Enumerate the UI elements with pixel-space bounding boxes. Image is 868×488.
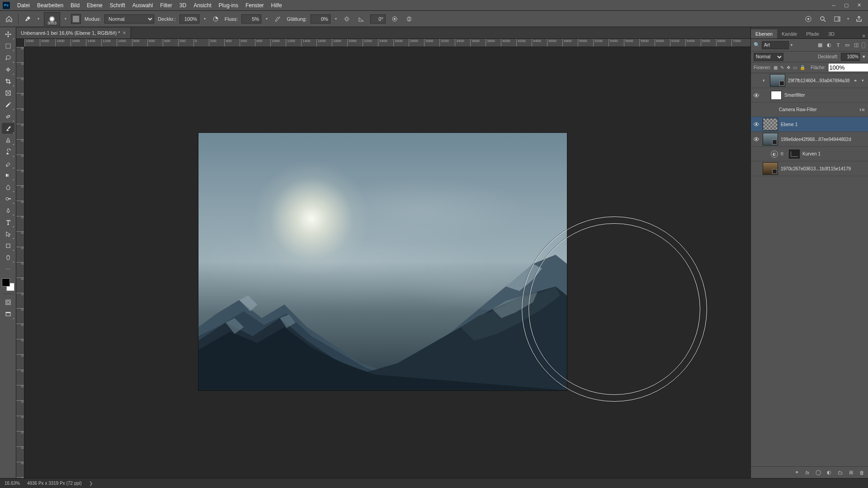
filter-type-icon[interactable]: T bbox=[835, 42, 842, 49]
layer-thumbnail[interactable] bbox=[771, 91, 782, 100]
layer-name[interactable]: Smartfilter bbox=[784, 93, 866, 98]
frame-tool[interactable] bbox=[2, 88, 14, 99]
layer-name[interactable]: 199e6dee42f968...87ee94944802d bbox=[781, 137, 866, 142]
tool-preset-chevron-icon[interactable]: ▾ bbox=[37, 17, 40, 21]
blur-tool[interactable] bbox=[2, 182, 14, 192]
eraser-tool[interactable] bbox=[2, 158, 14, 169]
visibility-toggle[interactable] bbox=[753, 136, 760, 143]
home-button[interactable] bbox=[4, 14, 14, 24]
close-window-button[interactable]: ✕ bbox=[853, 0, 865, 11]
layer-row[interactable]: 1970c267e03613...1b3f115e14179 bbox=[751, 161, 868, 176]
menu-select[interactable]: Auswahl bbox=[129, 0, 156, 11]
link-layers-icon[interactable]: ⚭ bbox=[793, 469, 800, 476]
filter-toggle[interactable] bbox=[862, 42, 865, 48]
layer-blend-mode[interactable]: Normal bbox=[754, 53, 783, 61]
layer-thumbnail[interactable] bbox=[763, 118, 778, 131]
layer-name[interactable]: Camera Raw-Filter bbox=[779, 107, 856, 112]
vertical-ruler[interactable]: 000000000000000000000000000000 bbox=[16, 47, 24, 478]
cloud-docs-icon[interactable] bbox=[803, 14, 814, 24]
lock-transparency-icon[interactable]: ▦ bbox=[774, 65, 778, 71]
dodge-tool[interactable] bbox=[2, 193, 14, 204]
menu-filter[interactable]: Filter bbox=[156, 0, 176, 11]
adjustment-layer-icon[interactable]: ◐ bbox=[826, 469, 833, 476]
workspace-icon[interactable] bbox=[832, 14, 843, 24]
edit-toolbar-button[interactable]: ⋯ bbox=[2, 264, 14, 275]
tab-3d[interactable]: 3D bbox=[824, 29, 839, 38]
menu-plugins[interactable]: Plug-ins bbox=[215, 0, 242, 11]
filter-expand-icon[interactable]: ▾ bbox=[862, 78, 866, 83]
menu-3d[interactable]: 3D bbox=[176, 0, 190, 11]
foreground-color[interactable] bbox=[2, 278, 10, 286]
opacity-input[interactable] bbox=[179, 14, 199, 23]
new-layer-icon[interactable]: ⊞ bbox=[847, 469, 854, 476]
menu-file[interactable]: Datei bbox=[14, 0, 33, 11]
filter-smart-icon[interactable]: ◫ bbox=[853, 42, 860, 49]
layer-opacity-chevron-icon[interactable]: ▾ bbox=[863, 54, 865, 60]
filter-settings-icon[interactable] bbox=[859, 107, 866, 113]
layer-name[interactable]: Ebene 1 bbox=[781, 122, 866, 127]
layer-thumbnail[interactable] bbox=[763, 133, 778, 145]
layer-style-icon[interactable]: fx bbox=[804, 469, 811, 476]
expand-toggle[interactable]: ▾ bbox=[763, 78, 767, 83]
layer-name[interactable]: 1970c267e03613...1b3f115e14179 bbox=[781, 166, 866, 171]
visibility-toggle[interactable] bbox=[753, 121, 760, 128]
flow-chevron-icon[interactable]: ▾ bbox=[265, 17, 269, 21]
marquee-tool[interactable] bbox=[2, 41, 14, 52]
pressure-opacity-icon[interactable] bbox=[210, 14, 221, 24]
group-layers-icon[interactable]: 🗀 bbox=[836, 469, 844, 476]
path-selection-tool[interactable] bbox=[2, 229, 14, 239]
flow-input[interactable] bbox=[241, 14, 261, 23]
layer-filter-input[interactable] bbox=[762, 41, 789, 49]
visibility-toggle[interactable] bbox=[753, 165, 760, 172]
filter-adjustment-icon[interactable]: ◐ bbox=[826, 42, 833, 49]
document-tab[interactable]: Unbenannt-1 bei 16,6% (Ebene 1, RGB/8#) … bbox=[16, 28, 131, 38]
menu-type[interactable]: Schrift bbox=[106, 0, 129, 11]
pressure-size-icon[interactable] bbox=[389, 14, 400, 24]
search-icon[interactable] bbox=[817, 14, 828, 24]
layer-row[interactable]: Smartfilter bbox=[751, 88, 868, 103]
brush-settings-toggle[interactable] bbox=[71, 14, 81, 24]
layer-opacity-input[interactable] bbox=[841, 53, 860, 61]
gradient-tool[interactable] bbox=[2, 170, 14, 181]
lock-all-icon[interactable]: 🔒 bbox=[800, 65, 805, 71]
crop-tool[interactable] bbox=[2, 76, 14, 87]
maximize-button[interactable]: ▢ bbox=[840, 0, 853, 11]
opacity-chevron-icon[interactable]: ▾ bbox=[203, 17, 207, 21]
menu-view[interactable]: Ansicht bbox=[190, 0, 215, 11]
blend-mode-select[interactable]: Normal bbox=[104, 14, 154, 23]
delete-layer-icon[interactable]: 🗑 bbox=[858, 469, 865, 476]
eyedropper-tool[interactable] bbox=[2, 99, 14, 110]
symmetry-icon[interactable] bbox=[404, 14, 415, 24]
angle-input[interactable] bbox=[370, 14, 386, 23]
brush-preset-picker[interactable]: 3053 bbox=[44, 12, 60, 26]
status-chevron-icon[interactable]: ❯ bbox=[89, 481, 93, 486]
lock-artboard-icon[interactable]: ▭ bbox=[793, 65, 797, 71]
tab-paths[interactable]: Pfade bbox=[802, 29, 824, 38]
hand-tool[interactable] bbox=[2, 252, 14, 263]
healing-brush-tool[interactable] bbox=[2, 111, 14, 122]
color-swatches[interactable] bbox=[2, 278, 14, 291]
filter-shape-icon[interactable]: ▭ bbox=[844, 42, 851, 49]
fill-input[interactable] bbox=[828, 63, 868, 72]
smoothing-chevron-icon[interactable]: ▾ bbox=[334, 17, 338, 21]
menu-window[interactable]: Fenster bbox=[242, 0, 268, 11]
horizontal-ruler[interactable]: 2200200018001600140012001000800600400200… bbox=[24, 39, 750, 47]
selection-tool[interactable] bbox=[2, 64, 14, 75]
quick-mask-toggle[interactable] bbox=[2, 297, 14, 308]
close-tab-icon[interactable]: × bbox=[123, 30, 126, 36]
current-tool-icon[interactable] bbox=[22, 14, 33, 24]
airbrush-icon[interactable] bbox=[272, 14, 283, 24]
layer-row[interactable]: 199e6dee42f968...87ee94944802d bbox=[751, 132, 868, 147]
workspace-chevron-icon[interactable]: ▾ bbox=[846, 17, 850, 21]
clone-stamp-tool[interactable] bbox=[2, 135, 14, 145]
type-tool[interactable] bbox=[2, 217, 14, 228]
lock-position-icon[interactable]: ✥ bbox=[787, 65, 790, 71]
move-tool[interactable] bbox=[2, 29, 14, 40]
layer-row[interactable]: ▾29f7fb124604...93a047894a38⚭▾ bbox=[751, 73, 868, 88]
layer-mask-thumbnail[interactable] bbox=[789, 150, 800, 159]
minimize-button[interactable]: ─ bbox=[827, 0, 840, 11]
layer-mask-icon[interactable]: ◯ bbox=[815, 469, 822, 476]
layer-thumbnail[interactable] bbox=[763, 162, 778, 175]
layer-row[interactable]: Ebene 1 bbox=[751, 117, 868, 132]
tab-channels[interactable]: Kanäle bbox=[777, 29, 802, 38]
